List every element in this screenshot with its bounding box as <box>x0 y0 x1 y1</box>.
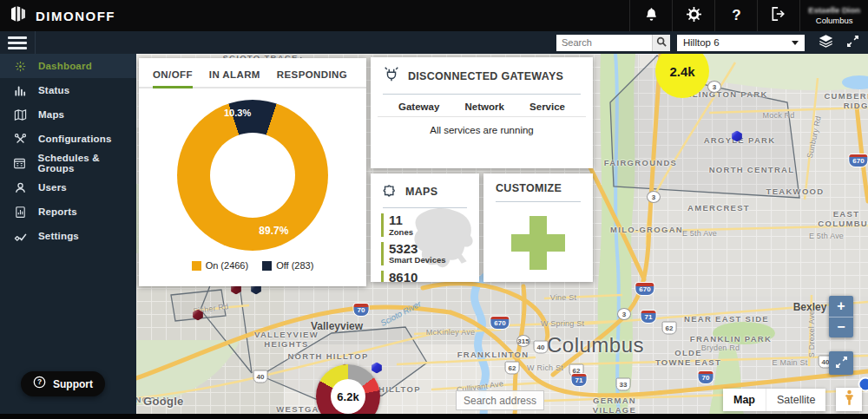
stat-label: Smart Devices <box>389 256 479 265</box>
map-marker[interactable] <box>732 131 743 142</box>
sidebar: DashboardStatusMapsConfigurationsSchedul… <box>0 54 136 414</box>
card-title: MAPS <box>405 186 437 198</box>
maps-summary-card: MAPS 11Zones5323Smart Devices8610Total A… <box>371 173 479 282</box>
map-zoom-controls: + − <box>829 296 853 337</box>
toolbar-divider <box>35 31 36 54</box>
status-tabs: ON/OFFIN ALARMRESPONDING <box>139 58 366 88</box>
column-header-network: Network <box>465 101 504 112</box>
sidebar-item-schedules-groups[interactable]: Schedules & Groups <box>0 151 136 175</box>
zoom-in-button[interactable]: + <box>829 296 853 317</box>
settings-icon <box>13 230 27 243</box>
dashboard-icon <box>13 60 27 73</box>
stat-value: 8610 <box>389 271 479 282</box>
zoom-out-button[interactable]: − <box>829 317 853 338</box>
stat-value: 5323 <box>389 242 479 257</box>
sidebar-item-configurations[interactable]: Configurations <box>0 127 136 151</box>
sidebar-item-label: Schedules & Groups <box>38 153 136 173</box>
stat-total-assets: 8610Total Assets <box>381 271 479 282</box>
tab-in-alarm[interactable]: IN ALARM <box>209 69 260 87</box>
sidebar-item-label: Maps <box>38 109 64 120</box>
sidebar-item-reports[interactable]: Reports <box>0 200 136 224</box>
stat-smart-devices: 5323Smart Devices <box>381 242 479 265</box>
expand-arrows-icon <box>847 35 858 50</box>
sidebar-item-settings[interactable]: Settings <box>0 224 136 248</box>
top-bar: DIMONOFF ? Estaelle Dion <box>0 0 868 31</box>
legend-item: Off (283) <box>262 260 313 271</box>
sidebar-item-label: Dashboard <box>38 61 92 71</box>
column-header-gateway: Gateway <box>398 101 439 112</box>
sidebar-item-maps[interactable]: Maps <box>0 102 136 127</box>
user-location: Columbus <box>816 16 853 26</box>
donut-legend: On (2466)Off (283) <box>139 260 366 271</box>
map-type-controls: Map Satellite <box>723 389 825 411</box>
tab-on-off[interactable]: ON/OFF <box>153 69 193 87</box>
disconnected-plug-icon <box>383 66 400 87</box>
stat-zones: 11Zones <box>381 213 479 237</box>
top-actions: ? Estaelle Dion Columbus <box>629 0 868 31</box>
cluster-count: 6.2k <box>331 379 365 414</box>
layers-button[interactable] <box>814 34 837 51</box>
hamburger-menu-icon[interactable] <box>8 36 27 49</box>
expand-arrows-icon <box>836 356 847 371</box>
bell-icon <box>644 6 659 25</box>
donut-off-percent: 10.3% <box>224 108 251 118</box>
legend-label: On (2466) <box>206 260 249 271</box>
divider <box>496 201 581 202</box>
search-input[interactable] <box>556 35 652 51</box>
toolbar: Hilltop 6 <box>0 31 868 54</box>
map-address-search-input[interactable] <box>456 390 544 410</box>
schedules-icon <box>13 157 27 170</box>
brand[interactable]: DIMONOFF <box>0 0 115 31</box>
svg-text:?: ? <box>37 377 42 386</box>
question-mark-icon: ? <box>732 7 740 24</box>
settings-button[interactable] <box>672 0 714 31</box>
reports-icon <box>13 206 27 219</box>
sidebar-item-status[interactable]: Status <box>0 78 136 102</box>
cluster-count: 2.4k <box>669 64 694 79</box>
sidebar-item-users[interactable]: Users <box>0 175 136 200</box>
search-button[interactable] <box>652 35 670 51</box>
google-logo: Google <box>143 395 184 408</box>
sidebar-item-label: Configurations <box>38 134 112 144</box>
pegman-button[interactable] <box>836 388 862 411</box>
map-marker[interactable] <box>193 310 204 321</box>
on-off-donut-chart[interactable]: 10.3% 89.7% <box>177 100 328 251</box>
chevron-down-icon <box>792 41 799 45</box>
fullscreen-button[interactable] <box>841 34 864 51</box>
maps-icon <box>13 108 27 121</box>
sidebar-nav: DashboardStatusMapsConfigurationsSchedul… <box>0 54 136 248</box>
notifications-button[interactable] <box>629 0 672 31</box>
tab-responding[interactable]: RESPONDING <box>277 69 347 87</box>
support-label: Support <box>53 378 93 390</box>
help-button[interactable]: ? <box>714 0 757 31</box>
pegman-icon <box>845 389 854 411</box>
sidebar-item-label: Settings <box>38 231 79 241</box>
disconnected-gateways-card: DISCONNECTED GATEWAYS GatewayNetworkServ… <box>371 57 593 168</box>
gateway-empty-message: All services are running <box>371 117 593 135</box>
donut-on-percent: 89.7% <box>259 225 288 237</box>
user-name: Estaelle Dion <box>808 5 860 16</box>
logout-icon <box>771 7 786 24</box>
card-title: DISCONNECTED GATEWAYS <box>408 70 563 82</box>
map-fullscreen-button[interactable] <box>829 351 853 375</box>
donut-hole <box>210 133 295 218</box>
logout-button[interactable] <box>757 0 799 31</box>
legend-label: Off (283) <box>276 260 313 271</box>
maps-stats: 11Zones5323Smart Devices8610Total Assets <box>371 213 479 282</box>
map-marker[interactable] <box>372 363 383 374</box>
legend-item: On (2466) <box>192 260 249 271</box>
zone-selector-dropdown[interactable]: Hilltop 6 <box>677 35 805 51</box>
sidebar-item-dashboard[interactable]: Dashboard <box>0 54 136 78</box>
support-button[interactable]: ? Support <box>21 371 105 396</box>
add-widget-button[interactable] <box>511 216 565 270</box>
puzzle-icon <box>383 182 398 200</box>
brand-name: DIMONOFF <box>36 9 115 23</box>
stat-label: Zones <box>389 228 479 237</box>
dimonoff-dashboard: DIMONOFF ? Estaelle Dion <box>0 0 868 419</box>
map-view-button[interactable]: Map <box>723 389 766 411</box>
satellite-view-button[interactable]: Satellite <box>766 389 825 411</box>
user-menu[interactable]: Estaelle Dion Columbus <box>799 0 868 31</box>
configurations-icon <box>13 133 27 146</box>
customize-card: CUSTOMIZE <box>483 173 593 282</box>
bottom-bar <box>0 414 868 419</box>
